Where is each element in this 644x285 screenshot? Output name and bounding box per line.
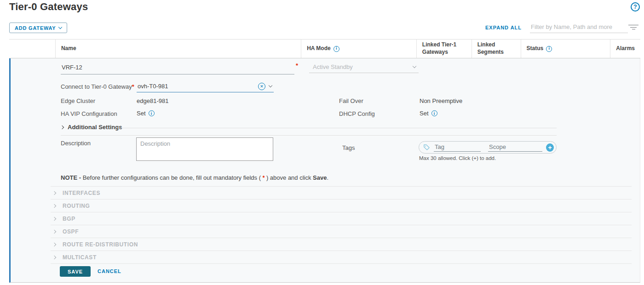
tags-editor: +	[419, 141, 557, 154]
filter-input[interactable]	[530, 22, 628, 33]
divider	[118, 128, 557, 128]
tag-icon	[423, 144, 430, 151]
section-routing[interactable]: ROUTING	[51, 200, 632, 212]
section-multicast[interactable]: MULTICAST	[51, 251, 632, 264]
filter-icon[interactable]	[628, 25, 638, 31]
scope-input[interactable]	[488, 143, 542, 152]
chevron-right-icon	[52, 255, 56, 259]
dhcp-config-label: DHCP Config	[339, 110, 375, 117]
ha-mode-value: Active Standby	[313, 63, 353, 70]
column-name[interactable]: Name	[55, 40, 301, 58]
column-linked-tier1-gateways[interactable]: Linked Tier-1 Gateways	[416, 40, 472, 58]
ha-vip-configuration-label: HA VIP Configuration	[61, 110, 117, 117]
additional-settings-label: Additional Settings	[68, 124, 122, 131]
chevron-right-icon	[52, 204, 56, 207]
chevron-down-icon	[58, 25, 62, 29]
info-icon[interactable]: i	[149, 110, 155, 116]
expand-all-button[interactable]: EXPAND ALL	[485, 25, 522, 30]
edge-cluster-value: edge81-981	[137, 97, 168, 104]
column-status[interactable]: Status i	[521, 40, 610, 58]
gateways-table-header: Name HA Mode i Linked Tier-1 Gateways Li…	[9, 39, 640, 58]
chevron-down-icon	[413, 64, 416, 68]
section-bgp[interactable]: BGP	[51, 212, 632, 225]
column-select	[9, 40, 55, 58]
chevron-down-icon[interactable]	[269, 84, 272, 87]
description-textarea[interactable]	[136, 137, 273, 161]
chevron-right-icon	[52, 191, 56, 194]
info-icon[interactable]: i	[431, 110, 437, 116]
additional-settings-toggle[interactable]: Additional Settings	[61, 124, 122, 131]
clear-selection-icon[interactable]: ✕	[258, 83, 265, 90]
tags-label: Tags	[342, 144, 355, 151]
edge-cluster-label: Edge Cluster	[61, 97, 95, 104]
fail-over-label: Fail Over	[339, 97, 363, 104]
config-sections: INTERFACES ROUTING BGP OSPF ROUTE RE-DIS…	[51, 186, 632, 264]
page-title: Tier-0 Gateways	[9, 1, 88, 13]
mandatory-fields-note: NOTE - Before further configurations can…	[61, 174, 328, 181]
filter-field	[530, 22, 628, 33]
dhcp-config-value: Set i	[420, 110, 437, 117]
add-gateway-label: ADD GATEWAY	[15, 25, 56, 31]
tag-input[interactable]	[434, 143, 481, 152]
add-gateway-button[interactable]: ADD GATEWAY	[9, 23, 67, 33]
required-asterisk: *	[132, 83, 134, 90]
section-ospf[interactable]: OSPF	[51, 225, 632, 238]
info-icon[interactable]: i	[334, 46, 339, 52]
column-alarms[interactable]: Alarms	[610, 40, 640, 58]
required-asterisk: *	[296, 62, 298, 69]
chevron-right-icon	[52, 242, 56, 246]
tier0-gateways-page: Tier-0 Gateways ? ADD GATEWAY EXPAND ALL…	[0, 0, 644, 285]
save-button[interactable]: SAVE	[60, 266, 91, 277]
gateway-name-input[interactable]	[61, 62, 294, 74]
fail-over-value: Non Preemptive	[420, 97, 462, 104]
section-interfaces[interactable]: INTERFACES	[51, 187, 632, 200]
column-linked-segments[interactable]: Linked Segments	[472, 40, 521, 58]
section-route-redistribution[interactable]: ROUTE RE-DISTRIBUTION	[51, 238, 632, 251]
connect-tier0-combobox[interactable]: ovh-T0-981 ✕	[137, 80, 274, 92]
column-ha-mode[interactable]: HA Mode i	[301, 40, 416, 58]
chevron-right-icon	[60, 125, 64, 129]
divider	[61, 135, 557, 136]
add-tag-button[interactable]: +	[546, 143, 554, 152]
new-gateway-form-row: * Active Standby Connect to Tier-0 Gatew…	[9, 58, 640, 283]
connect-tier0-label: Connect to Tier-0 Gateway*	[61, 83, 134, 90]
ha-mode-select[interactable]: Active Standby	[309, 61, 419, 73]
help-icon[interactable]: ?	[631, 2, 640, 11]
tags-hint: Max 30 allowed. Click (+) to add.	[419, 155, 496, 161]
connect-tier0-value: ovh-T0-981	[138, 83, 258, 90]
chevron-right-icon	[52, 229, 56, 233]
ha-vip-configuration-value: Set i	[137, 110, 155, 117]
chevron-right-icon	[52, 217, 56, 220]
description-label: Description	[61, 140, 91, 147]
cancel-button[interactable]: CANCEL	[98, 268, 121, 274]
info-icon[interactable]: i	[546, 46, 552, 52]
